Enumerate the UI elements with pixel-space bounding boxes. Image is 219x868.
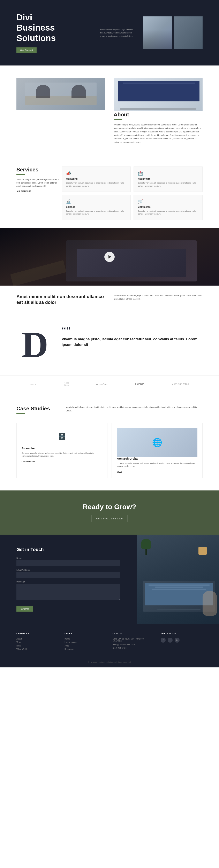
- hero-aerial-image: [143, 17, 172, 49]
- services-description: Vivamus magna justo, lacinia eget consec…: [17, 178, 62, 188]
- footer-link-about[interactable]: About: [17, 638, 58, 640]
- case-studies-title-col: Case Studies: [17, 405, 57, 417]
- logo-realtime: RealTime: [64, 382, 69, 387]
- footer-col-company: COMPANY About Team Blog What We Do: [17, 632, 58, 652]
- footer-links-title: LINKS: [64, 632, 106, 635]
- hero-business-image: [174, 17, 202, 49]
- footer-contact-title: CONTACT: [113, 632, 155, 635]
- case-studies-desc-col: Mauris blandit aliquet elit, eget tincid…: [66, 405, 202, 417]
- hero-content: Divi Business Solutions Get Started: [17, 12, 92, 53]
- services-underline: [17, 174, 25, 175]
- service-text-science: Curabitur non nulla sit, accumsan id imp…: [66, 210, 126, 216]
- services-section: Services Vivamus magna justo, lacinia eg…: [0, 156, 219, 220]
- footer-copyright: © 2023 Divi Business Solutions. All Righ…: [17, 658, 202, 663]
- commerce-icon: 🛒: [138, 199, 198, 204]
- about-meeting-image: [17, 78, 105, 110]
- video-subtext: Mauris blandit aliquet elit, eget tincid…: [114, 294, 202, 301]
- contact-form-area: Get in Touch Name Email Address Message …: [0, 535, 137, 624]
- footer-link-whatwedo[interactable]: What We Do: [17, 648, 58, 650]
- case-studies-section: Case Studies Mauris blandit aliquet elit…: [0, 393, 219, 491]
- footer-company-title: COMPANY: [17, 632, 58, 635]
- about-section: About Vivamus magna justo, lacinia eget …: [0, 65, 219, 156]
- submit-button[interactable]: SUBMIT: [17, 606, 33, 612]
- message-textarea[interactable]: [17, 584, 120, 600]
- service-title-commerce: Commerce: [138, 206, 198, 208]
- name-label: Name: [17, 557, 120, 559]
- footer-link-team[interactable]: Team: [17, 641, 58, 643]
- footer-col-social: FOLLOW US f t in: [161, 632, 202, 652]
- about-title: About: [114, 112, 202, 118]
- video-section: [0, 228, 219, 285]
- footer-grid: COMPANY About Team Blog What We Do LINKS…: [17, 632, 202, 652]
- play-button[interactable]: [104, 252, 115, 262]
- email-input[interactable]: [17, 572, 120, 578]
- footer-link-home[interactable]: Home: [64, 638, 106, 640]
- twitter-icon[interactable]: t: [168, 638, 172, 643]
- big-letter: D: [22, 326, 48, 363]
- linkedin-icon[interactable]: in: [174, 638, 180, 643]
- case-card-monarch: 🌐 Monarch Global Curabitur non nulla sit…: [112, 423, 202, 478]
- services-grid: 📣 Marketing Curabitur non nulla sit, acc…: [62, 166, 202, 220]
- about-paragraph: Vivamus magna justo, lacinia eget consec…: [114, 123, 202, 144]
- case-text-monarch: Curabitur non nulla sit amet nisl tempus…: [117, 462, 197, 468]
- footer-link-resources[interactable]: Resources: [64, 648, 106, 650]
- get-started-button[interactable]: Get Started: [17, 48, 36, 53]
- footer-link-blog[interactable]: Blog: [17, 645, 58, 647]
- video-content-section: Amet minim mollit non deserunt ullamco e…: [0, 285, 219, 314]
- service-text-healthcare: Curabitur non nulla sit, accumsan id imp…: [138, 182, 198, 187]
- video-heading: Amet minim mollit non deserunt ullamco e…: [17, 294, 105, 306]
- email-form-group: Email Address: [17, 569, 120, 578]
- bloom-image: 🗄️: [22, 428, 102, 445]
- case-studies-grid: 🗄️ Bloom Inc. Curabitur non nulla sit am…: [17, 423, 202, 478]
- service-text-commerce: Curabitur non nulla sit, accumsan id imp…: [138, 210, 198, 216]
- hero-description: Mauris blandit aliquet elit, eget tincid…: [100, 28, 137, 38]
- service-text-marketing: Curabitur non nulla sit, accumsan id imp…: [66, 182, 126, 187]
- monarch-globe-icon: 🌐: [152, 438, 162, 447]
- footer-link-jobs[interactable]: Jobs: [64, 645, 106, 647]
- monarch-image: 🌐: [117, 428, 197, 457]
- service-title-science: Science: [66, 206, 126, 208]
- marketing-icon: 📣: [66, 171, 126, 176]
- case-studies-underline: [17, 413, 25, 414]
- bloom-db-icon: 🗄️: [58, 433, 66, 440]
- name-input[interactable]: [17, 560, 120, 566]
- name-form-group: Name: [17, 557, 120, 566]
- hero-title: Divi Business Solutions: [17, 12, 92, 43]
- logo-grab: Grab: [135, 382, 145, 386]
- message-label: Message: [17, 581, 120, 583]
- about-left: [17, 78, 105, 144]
- case-studies-title: Case Studies: [17, 405, 57, 412]
- video-subtext-area: Mauris blandit aliquet elit, eget tincid…: [114, 294, 202, 306]
- case-title-monarch: Monarch Global: [117, 457, 197, 460]
- science-icon: 🔬: [66, 199, 126, 204]
- contact-background-image: [137, 535, 219, 624]
- case-title-bloom: Bloom Inc.: [22, 447, 102, 450]
- all-services-link[interactable]: ALL SERVICES: [17, 190, 62, 192]
- service-card-marketing: 📣 Marketing Curabitur non nulla sit, acc…: [62, 166, 131, 192]
- bloom-learn-more-link[interactable]: LEARN MORE: [22, 461, 102, 463]
- play-triangle-icon: [108, 255, 111, 258]
- cta-button[interactable]: Get a Free Consultation: [91, 515, 128, 522]
- footer-social-title: FOLLOW US: [161, 632, 202, 635]
- quote-text-area: ““ Vivamus magna justo, lacinia eget con…: [62, 326, 202, 363]
- footer-phone: (312) 456-9424: [113, 647, 155, 649]
- footer-email[interactable]: hello@divibusiness.com: [113, 643, 155, 646]
- case-text-bloom: Curabitur non nulla sit amet nisl tempus…: [22, 452, 102, 458]
- contact-title: Get in Touch: [17, 547, 120, 552]
- message-form-group: Message: [17, 581, 120, 601]
- case-card-bloom: 🗄️ Bloom Inc. Curabitur non nulla sit am…: [17, 423, 107, 478]
- logo-podium: ◆ podium: [96, 383, 108, 386]
- service-card-science: 🔬 Science Curabitur non nulla sit, accum…: [62, 195, 131, 220]
- hero-images: [143, 17, 202, 49]
- quote-section: D ““ Vivamus magna justo, lacinia eget c…: [0, 314, 219, 375]
- logo-wire: wire: [30, 383, 37, 386]
- monarch-view-link[interactable]: VIEW: [117, 471, 197, 473]
- footer-link-loremipsum[interactable]: Lorem Ipsum: [64, 641, 106, 643]
- email-label: Email Address: [17, 569, 120, 571]
- service-title-healthcare: Healthcare: [138, 177, 198, 180]
- facebook-icon[interactable]: f: [161, 638, 166, 643]
- service-title-marketing: Marketing: [66, 177, 126, 180]
- contact-section: Get in Touch Name Email Address Message …: [0, 535, 219, 624]
- healthcare-icon: 🏥: [138, 171, 198, 176]
- services-title: Services: [17, 166, 62, 173]
